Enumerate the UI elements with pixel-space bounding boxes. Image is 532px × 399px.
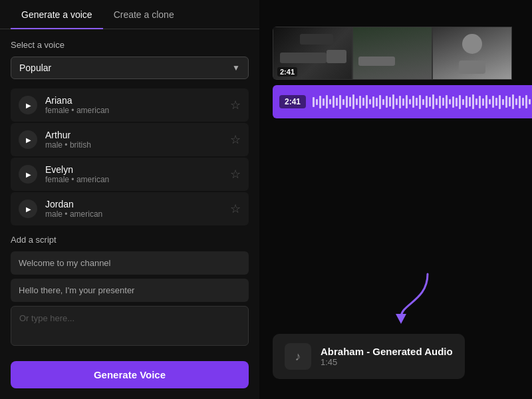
video-strip: 2:41 xyxy=(273,27,532,80)
video-thumbnail-3 xyxy=(432,27,512,80)
script-section-label: Add a script xyxy=(11,235,249,245)
voice-section-label: Select a voice xyxy=(11,40,249,50)
voice-info-arthur: Arthur male • british xyxy=(45,130,230,150)
voice-name: Evelyn xyxy=(45,164,230,175)
play-button-arthur[interactable] xyxy=(19,130,37,149)
script-line-2[interactable]: Hello there, I'm your presenter xyxy=(11,279,249,302)
left-panel: Generate a voice Create a clone Select a… xyxy=(0,0,259,399)
favorite-icon-evelyn[interactable]: ☆ xyxy=(230,167,241,182)
script-line-1[interactable]: Welcome to my channel xyxy=(11,251,249,275)
tab-bar: Generate a voice Create a clone xyxy=(0,0,259,29)
music-icon: ♪ xyxy=(285,343,311,370)
voice-info-jordan: Jordan male • american xyxy=(45,199,230,219)
play-button-ariana[interactable] xyxy=(19,96,37,114)
voice-meta: female • american xyxy=(45,106,230,115)
voice-name: Jordan xyxy=(45,199,230,209)
dropdown-value: Popular xyxy=(19,63,51,73)
favorite-icon-jordan[interactable]: ☆ xyxy=(230,201,241,216)
voice-name: Arthur xyxy=(45,130,230,140)
video-thumbnail-2 xyxy=(352,27,432,80)
tab-generate-voice[interactable]: Generate a voice xyxy=(11,0,103,29)
tab-create-clone[interactable]: Create a clone xyxy=(103,0,185,29)
play-button-evelyn[interactable] xyxy=(19,165,37,184)
voice-meta: female • american xyxy=(45,175,230,184)
audio-time-badge: 2:41 xyxy=(279,95,306,108)
voice-item-jordan[interactable]: Jordan male • american ☆ xyxy=(11,192,249,225)
timeline-area: 2:41 2:41 ♪ Abr xyxy=(273,13,532,386)
video-thumbnail-1: 2:41 xyxy=(273,27,352,80)
voice-item-ariana[interactable]: Ariana female • american ☆ xyxy=(11,88,249,122)
script-placeholder[interactable]: Or type here... xyxy=(11,306,249,346)
chevron-down-icon: ▼ xyxy=(232,63,240,72)
favorite-icon-arthur[interactable]: ☆ xyxy=(230,132,241,147)
voice-item-evelyn[interactable]: Evelyn female • american ☆ xyxy=(11,158,249,191)
audio-card-title: Abraham - Generated Audio xyxy=(321,346,453,357)
audio-card-duration: 1:45 xyxy=(321,357,453,367)
voice-category-dropdown[interactable]: Popular ▼ xyxy=(11,57,249,79)
waveform-display xyxy=(313,85,532,118)
right-panel: 2:41 2:41 ♪ Abr xyxy=(259,0,532,399)
generate-voice-button[interactable]: Generate Voice xyxy=(11,361,249,388)
voice-list: Ariana female • american ☆ Arthur male •… xyxy=(11,88,249,225)
play-button-jordan[interactable] xyxy=(19,200,37,218)
svg-marker-0 xyxy=(396,314,406,324)
panel-content: Select a voice Popular ▼ Ariana female •… xyxy=(0,29,259,399)
voice-item-arthur[interactable]: Arthur male • british ☆ xyxy=(11,123,249,156)
voice-meta: male • american xyxy=(45,209,230,219)
audio-card: ♪ Abraham - Generated Audio 1:45 xyxy=(273,334,465,379)
favorite-icon-ariana[interactable]: ☆ xyxy=(230,98,241,112)
arrow-pointer xyxy=(388,267,434,327)
audio-card-info: Abraham - Generated Audio 1:45 xyxy=(321,346,453,367)
voice-info-evelyn: Evelyn female • american xyxy=(45,164,230,184)
video-timestamp-1: 2:41 xyxy=(277,67,297,76)
audio-waveform-strip: 2:41 xyxy=(273,85,532,118)
voice-info-ariana: Ariana female • american xyxy=(45,95,230,115)
voice-meta: male • british xyxy=(45,140,230,150)
voice-name: Ariana xyxy=(45,95,230,106)
